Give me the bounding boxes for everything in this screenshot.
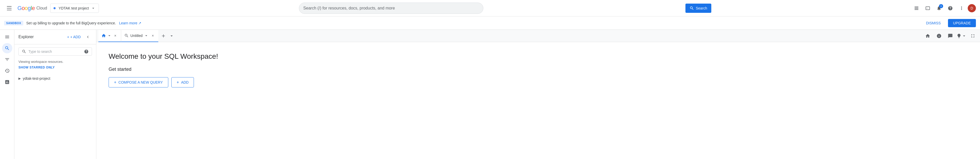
explorer-header: Explorer + + ADD [14,30,96,44]
compose-query-label: COMPOSE A NEW QUERY [118,80,163,84]
info-icon [937,33,942,39]
tab-info-button[interactable] [934,31,944,41]
sidebar-data-button[interactable] [2,77,12,87]
sidebar-menu-button[interactable] [2,32,12,42]
search-icon [689,6,694,11]
tab-home[interactable]: × [99,30,121,42]
home-tab-close[interactable]: × [113,33,118,38]
project-indicator-icon [54,7,56,9]
tab-fullscreen-button[interactable] [968,31,978,41]
top-navigation: Google Cloud YDTAK test project Search (… [0,0,980,16]
sandbox-badge: SANDBOX [4,21,23,26]
add-tab-icon [161,33,166,39]
show-starred-link[interactable]: SHOW STARRED ONLY [18,66,55,69]
shell-button[interactable] [923,3,933,13]
terminal-icon [925,6,930,11]
filter-icon [5,57,10,62]
search-field-icon [22,49,26,54]
tree-expand-icon: ▶ [18,77,21,80]
notification-count-badge: 1 [939,4,943,8]
nav-right-actions: 1 D [912,3,976,13]
tab-dropdown-icon [144,33,149,38]
add-plus-icon: + [177,80,179,85]
tab-home-icon [925,33,930,39]
tabs-bar: × Untitled × [96,30,980,42]
workspace-content: Welcome to your SQL Workspace! Get start… [96,42,980,159]
untitled-tab-close[interactable]: × [150,33,155,38]
notification-area: 1 [934,3,944,13]
dismiss-button[interactable]: DISMISS [922,19,945,27]
sandbox-right-actions: DISMISS UPGRADE [922,19,976,27]
hamburger-menu-button[interactable] [4,3,14,13]
fullscreen-icon [970,33,975,39]
untitled-tab-label: Untitled [130,34,142,38]
search-button[interactable]: Search [686,3,711,13]
add-tab-button[interactable] [159,32,167,40]
collapse-icon [86,35,90,39]
help-button[interactable] [945,3,955,13]
search-input[interactable]: Search (/) for resources, docs, products… [303,6,479,11]
history-icon [5,68,10,73]
home-icon [102,33,106,38]
workspace-add-button[interactable]: + ADD [171,77,194,87]
icon-sidebar [0,30,14,159]
welcome-title: Welcome to your SQL Workspace! [108,52,968,61]
explorer-search-input[interactable] [29,50,82,54]
show-starred-section: SHOW STARRED ONLY [14,64,96,72]
explorer-title: Explorer [18,35,34,39]
get-started-heading: Get started [108,67,968,72]
main-content: × Untitled × [96,30,980,159]
project-name: YDTAK test project [59,6,89,10]
tab-more-button[interactable] [167,32,176,40]
tree-project-item[interactable]: ▶ ydtak-test-project ☆ ⋮ [14,73,96,84]
tab-chat-button[interactable] [945,31,955,41]
search-bar-container: Search (/) for resources, docs, products… [299,3,483,14]
compose-query-button[interactable]: + COMPOSE A NEW QUERY [108,77,168,87]
learn-more-link[interactable]: Learn more ↗ [119,21,142,25]
tips-dropdown-icon [962,33,967,39]
workspace-add-label: ADD [181,80,189,84]
apps-icon [914,6,919,11]
more-options-button[interactable] [956,3,967,13]
tab-untitled[interactable]: Untitled × [121,30,158,42]
sandbox-bar: SANDBOX Set up billing to upgrade to the… [0,16,980,30]
notifications-button[interactable]: 1 [934,3,944,13]
more-vert-icon [959,6,964,11]
user-avatar-button[interactable]: D [968,4,976,12]
chat-icon [948,33,953,39]
google-logo-text: Google [18,5,35,11]
tree-more-button[interactable]: ⋮ [87,75,92,81]
sidebar-search-button[interactable] [2,43,12,53]
sandbox-message: Set up billing to upgrade to the full Bi… [26,21,116,25]
explorer-panel: Explorer + + ADD Viewing workspace resou… [14,30,96,159]
viewing-text: Viewing workspace resources. [14,59,96,64]
tab-home-shortcut[interactable] [923,31,933,41]
explorer-search-field[interactable] [18,47,92,56]
help-icon [948,6,953,11]
tabs-right-actions [923,31,978,41]
tab-overflow-icon [169,33,174,39]
main-layout: Explorer + + ADD Viewing workspace resou… [0,30,980,159]
upgrade-button[interactable]: UPGRADE [948,19,976,27]
chevron-down-icon [91,6,95,11]
explorer-add-button[interactable]: + + ADD [65,34,83,40]
sandbox-left-content: SANDBOX Set up billing to upgrade to the… [4,21,142,26]
plus-icon: + [67,35,69,39]
lightbulb-icon [956,33,962,39]
search-button-label: Search [696,6,707,10]
project-label: ydtak-test-project [23,76,79,80]
apps-button[interactable] [912,3,921,13]
sidebar-filter-button[interactable] [2,55,12,64]
project-selector[interactable]: YDTAK test project [50,3,99,13]
tree-star-button[interactable]: ☆ [81,75,86,81]
tab-tips-button[interactable] [956,31,967,41]
search-bar[interactable]: Search (/) for resources, docs, products… [299,3,483,14]
external-link-icon: ↗ [138,21,142,25]
action-buttons: + COMPOSE A NEW QUERY + ADD [108,77,968,87]
insights-icon [5,79,10,85]
compose-plus-icon: + [114,80,116,85]
explorer-collapse-button[interactable] [84,33,92,41]
explorer-header-actions: + + ADD [65,33,92,41]
question-mark-icon [84,49,89,54]
sidebar-history-button[interactable] [2,66,12,76]
